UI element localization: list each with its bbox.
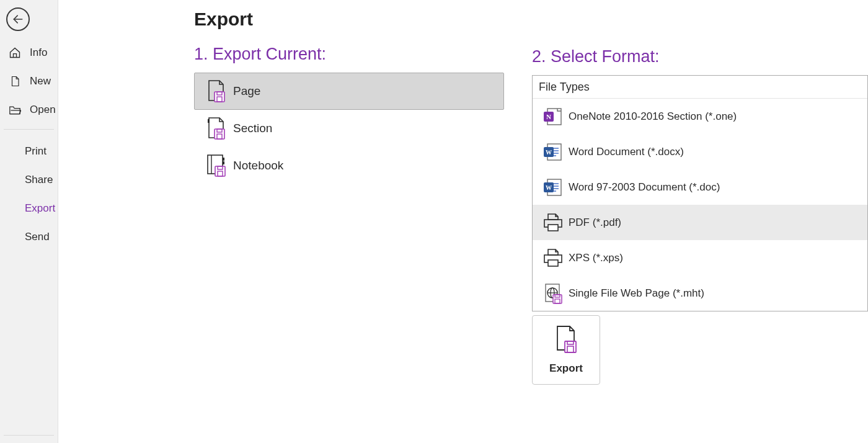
step2-heading: 2. Select Format: xyxy=(532,47,868,66)
folder-icon xyxy=(7,104,22,115)
export-current-column: 1. Export Current: Page xyxy=(194,0,504,443)
svg-text:W: W xyxy=(546,149,552,156)
sidebar-item-label: Send xyxy=(25,231,50,243)
backstage-sidebar: Info New Open Print Share Export Send xyxy=(0,0,58,443)
select-format-column: 2. Select Format: File Types N OneNote 2… xyxy=(532,0,868,443)
sidebar-item-label: New xyxy=(30,75,51,87)
sidebar-item-label: Print xyxy=(25,145,46,158)
sidebar-item-share[interactable]: Share xyxy=(0,166,58,194)
sidebar-item-label: Info xyxy=(30,47,47,59)
svg-rect-33 xyxy=(548,225,558,231)
format-option-doc[interactable]: W Word 97-2003 Document (*.doc) xyxy=(533,169,867,205)
scope-option-notebook[interactable]: Notebook xyxy=(194,147,504,184)
sidebar-item-label: Open xyxy=(30,104,56,116)
section-save-icon xyxy=(202,117,231,140)
file-types-panel: File Types N OneNote 2010-2016 Section (… xyxy=(532,75,868,311)
svg-text:W: W xyxy=(546,184,552,191)
sidebar-item-label: Export xyxy=(25,202,55,215)
home-icon xyxy=(7,47,22,59)
sidebar-item-send[interactable]: Send xyxy=(0,223,58,251)
sidebar-item-info[interactable]: Info xyxy=(0,38,58,67)
format-option-mht[interactable]: Single File Web Page (*.mht) xyxy=(533,275,867,311)
export-scope-list: Page Section xyxy=(194,73,504,184)
format-option-label: Word 97-2003 Document (*.doc) xyxy=(569,181,720,194)
format-option-docx[interactable]: W Word Document (*.docx) xyxy=(533,134,867,169)
step1-heading: 1. Export Current: xyxy=(194,45,504,64)
onenote-icon: N xyxy=(539,106,567,127)
svg-rect-35 xyxy=(548,260,558,266)
sidebar-divider xyxy=(4,129,54,130)
format-option-label: Word Document (*.docx) xyxy=(569,146,684,158)
page-save-icon xyxy=(202,79,231,103)
svg-rect-4 xyxy=(208,119,210,123)
format-option-xps[interactable]: XPS (*.xps) xyxy=(533,240,867,275)
format-option-label: XPS (*.xps) xyxy=(569,252,623,264)
word-icon: W xyxy=(539,141,567,163)
scope-option-label: Notebook xyxy=(233,159,283,172)
sidebar-divider xyxy=(4,435,54,436)
export-button[interactable]: Export xyxy=(532,315,600,385)
file-types-header: File Types xyxy=(533,76,867,99)
sidebar-item-label: Share xyxy=(25,174,53,186)
word-icon: W xyxy=(539,177,567,198)
web-page-icon xyxy=(539,282,567,305)
format-option-pdf[interactable]: PDF (*.pdf) xyxy=(533,205,867,240)
svg-rect-11 xyxy=(223,161,224,164)
scope-option-page[interactable]: Page xyxy=(194,73,504,110)
svg-text:N: N xyxy=(546,113,551,120)
scope-option-section[interactable]: Section xyxy=(194,110,504,147)
export-button-label: Export xyxy=(549,362,583,375)
sidebar-item-open[interactable]: Open xyxy=(0,96,58,124)
main-content: Export 1. Export Current: Page xyxy=(58,0,868,443)
format-option-label: OneNote 2010-2016 Section (*.one) xyxy=(569,110,737,123)
sidebar-item-export[interactable]: Export xyxy=(0,194,58,223)
page-save-icon xyxy=(554,325,578,356)
sidebar-item-print[interactable]: Print xyxy=(0,137,58,166)
notebook-save-icon xyxy=(202,154,231,177)
svg-rect-43 xyxy=(565,341,576,352)
format-option-onenote[interactable]: N OneNote 2010-2016 Section (*.one) xyxy=(533,99,867,134)
arrow-left-icon xyxy=(12,13,24,25)
printer-icon xyxy=(539,248,567,269)
printer-icon xyxy=(539,212,567,233)
page-title: Export xyxy=(194,9,253,30)
sidebar-item-new[interactable]: New xyxy=(0,67,58,96)
svg-rect-10 xyxy=(223,158,224,161)
page-icon xyxy=(7,75,22,87)
back-button[interactable] xyxy=(6,7,30,31)
scope-option-label: Section xyxy=(233,122,272,135)
scope-option-label: Page xyxy=(233,84,260,98)
format-option-label: PDF (*.pdf) xyxy=(569,217,621,229)
format-option-label: Single File Web Page (*.mht) xyxy=(569,287,704,300)
